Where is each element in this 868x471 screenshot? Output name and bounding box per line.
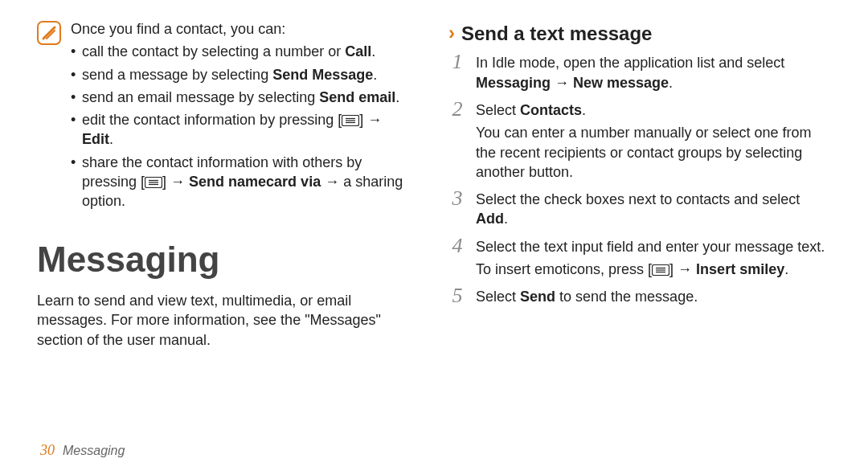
note-body: Once you find a contact, you can: call t… (71, 19, 416, 215)
step-body: Select the check boxes next to contacts … (476, 190, 828, 229)
note-bullet: share the contact information with other… (71, 153, 416, 211)
subheader: › Send a text message (448, 21, 828, 47)
step-text: Select Send to send the message. (476, 287, 828, 306)
step-text: Select Contacts. (476, 100, 828, 120)
section-title: Messaging (37, 236, 416, 283)
step-body: In Idle mode, open the application list … (476, 53, 828, 92)
step-number: 1 (448, 51, 466, 72)
manual-page: Once you find a contact, you can: call t… (0, 0, 868, 471)
footer-label: Messaging (63, 442, 125, 460)
step-body: Select Send to send the message. (476, 287, 828, 306)
step: 2Select Contacts.You can enter a number … (448, 100, 828, 182)
note-bullet: call the contact by selecting a number o… (71, 42, 416, 61)
step: 3Select the check boxes next to contacts… (448, 190, 828, 229)
left-column: Once you find a contact, you can: call t… (37, 19, 416, 350)
step-extra: To insert emoticons, press [] → Insert s… (476, 260, 828, 279)
two-column-layout: Once you find a contact, you can: call t… (0, 0, 868, 350)
menu-key-icon (652, 264, 669, 276)
step-number: 2 (448, 99, 466, 120)
note-lead: Once you find a contact, you can: (71, 19, 416, 39)
step: 1In Idle mode, open the application list… (448, 53, 828, 92)
bold-text: Contacts (520, 102, 582, 118)
note-block: Once you find a contact, you can: call t… (37, 19, 416, 215)
step-text: In Idle mode, open the application list … (476, 53, 828, 92)
note-bullet: send an email message by selecting Send … (71, 88, 416, 107)
chevron-right-icon: › (448, 23, 455, 43)
step-body: Select Contacts.You can enter a number m… (476, 100, 828, 182)
right-column: › Send a text message 1In Idle mode, ope… (448, 19, 828, 350)
bold-text: Insert smiley (696, 261, 784, 277)
bold-text: Send email (319, 89, 395, 105)
step-body: Select the text input field and enter yo… (476, 237, 828, 280)
note-bullet: edit the contact information by pressing… (71, 110, 416, 149)
bold-text: Call (345, 43, 371, 59)
step-number: 5 (448, 285, 466, 306)
bold-text: Messaging → New message (476, 75, 669, 91)
note-bullet-list: call the contact by selecting a number o… (71, 42, 416, 211)
subheader-title: Send a text message (461, 21, 652, 47)
steps-list: 1In Idle mode, open the application list… (448, 53, 828, 306)
step-text: Select the check boxes next to contacts … (476, 190, 828, 229)
step-number: 3 (448, 188, 466, 209)
bold-text: Send (520, 289, 555, 305)
menu-key-icon (342, 115, 359, 126)
bold-text: Add (476, 211, 504, 227)
note-icon (37, 21, 61, 45)
page-number: 30 (40, 440, 55, 460)
step-extra: You can enter a number manually or selec… (476, 123, 828, 182)
page-footer: 30 Messaging (40, 440, 125, 460)
bold-text: Send Message (272, 67, 373, 83)
step-number: 4 (448, 236, 466, 256)
bold-text: Send namecard via (189, 174, 321, 190)
step-text: Select the text input field and enter yo… (476, 237, 828, 256)
section-lead: Learn to send and view text, multimedia,… (37, 291, 416, 350)
step: 4Select the text input field and enter y… (448, 237, 828, 280)
note-bullet: send a message by selecting Send Message… (71, 65, 416, 84)
step: 5Select Send to send the message. (448, 287, 828, 306)
menu-key-icon (145, 177, 162, 188)
bold-text: Edit (82, 131, 109, 147)
